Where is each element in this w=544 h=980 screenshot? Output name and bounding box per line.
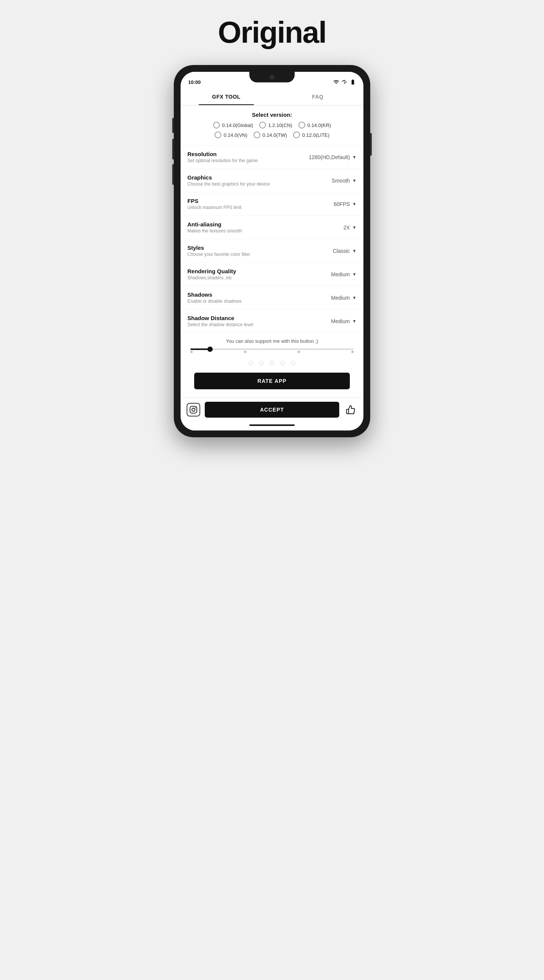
- support-section: You can also support me with this button…: [181, 333, 363, 398]
- setting-antialiasing-dropdown[interactable]: 2X ▼: [343, 224, 357, 231]
- radio-cn: [259, 122, 266, 129]
- setting-shadow-distance-dropdown[interactable]: Medium ▼: [331, 318, 357, 324]
- thumbsup-icon: [346, 405, 355, 415]
- radio-kr: [298, 122, 305, 129]
- setting-antialiasing-value: 2X: [343, 224, 350, 231]
- setting-resolution: Resolution Set optimal resolution for th…: [181, 145, 363, 169]
- slider-container[interactable]: [187, 348, 357, 353]
- setting-shadow-distance: Shadow Distance Select the shadow distan…: [181, 310, 363, 333]
- version-vn-label: 0.14.0(VN): [224, 132, 247, 138]
- setting-fps-dropdown[interactable]: 60FPS ▼: [333, 201, 357, 207]
- setting-styles-desc: Choose your favorite color filter: [187, 252, 333, 257]
- setting-shadows: Shadows Enable or disable shadows Medium…: [181, 286, 363, 310]
- styles-chevron-icon: ▼: [352, 248, 357, 254]
- setting-shadow-distance-desc: Select the shadow distance level: [187, 322, 331, 327]
- setting-rendering-quality: Rendering Quality Shadows,shaders, etc M…: [181, 262, 363, 286]
- version-lite-label: 0.12.0(LITE): [302, 132, 330, 138]
- version-global-label: 0.14.0(Global): [222, 123, 253, 128]
- setting-shadows-dropdown[interactable]: Medium ▼: [331, 295, 357, 301]
- setting-fps: FPS Unlock maximum FPS limit 60FPS ▼: [181, 192, 363, 216]
- rendering-quality-chevron-icon: ▼: [352, 272, 357, 277]
- instagram-icon: [190, 406, 197, 414]
- setting-styles-value: Classic: [333, 248, 350, 254]
- volume-down-button: [172, 164, 174, 185]
- setting-antialiasing: Anti-aliasing Makes the textures smooth …: [181, 216, 363, 239]
- settings-content: Resolution Set optimal resolution for th…: [181, 145, 363, 398]
- setting-styles-dropdown[interactable]: Classic ▼: [333, 248, 357, 254]
- resolution-chevron-icon: ▼: [352, 154, 357, 160]
- setting-graphics: Graphics Choose the best graphics for yo…: [181, 169, 363, 192]
- home-indicator: [181, 422, 363, 431]
- antialiasing-chevron-icon: ▼: [352, 225, 357, 230]
- rate-app-button[interactable]: RATE APP: [194, 373, 350, 389]
- setting-shadow-distance-value: Medium: [331, 318, 350, 324]
- setting-rendering-quality-desc: Shadows,shaders, etc: [187, 275, 331, 280]
- select-version-title: Select version:: [184, 111, 360, 118]
- home-bar: [249, 425, 295, 426]
- accept-button[interactable]: ACCEPT: [205, 402, 339, 418]
- version-vn[interactable]: 0.14.0(VN): [214, 132, 247, 138]
- setting-fps-label: FPS: [187, 198, 333, 204]
- slider-dots: [190, 351, 354, 353]
- power-button: [370, 133, 372, 156]
- signal-icon: [341, 79, 347, 85]
- phone-frame: 10:00 GFX TOOL FAQ: [174, 65, 370, 437]
- version-row-2: 0.14.0(VN) 0.14.0(TW) 0.12.0(LITE): [184, 132, 360, 138]
- setting-styles-label: Styles: [187, 245, 333, 251]
- version-cn[interactable]: 1.2.10(CN): [259, 122, 292, 129]
- setting-resolution-value: 1280(HD,Default): [309, 154, 350, 160]
- setting-antialiasing-label: Anti-aliasing: [187, 221, 343, 228]
- setting-graphics-dropdown[interactable]: Smooth ▼: [332, 178, 357, 184]
- radio-lite: [293, 132, 300, 138]
- slider-dot-3: [298, 351, 300, 353]
- page-title: Original: [218, 15, 326, 50]
- wifi-icon: [333, 79, 339, 85]
- fps-chevron-icon: ▼: [352, 202, 357, 207]
- version-kr[interactable]: 0.14.0(KR): [298, 122, 331, 129]
- setting-shadow-distance-label: Shadow Distance: [187, 315, 331, 321]
- thumbsup-button[interactable]: [344, 403, 357, 417]
- status-time: 10:00: [188, 80, 201, 85]
- volume-up-button: [172, 139, 174, 159]
- radio-global: [213, 122, 220, 129]
- star-2[interactable]: ☆: [258, 358, 265, 368]
- bottom-bar: ACCEPT: [181, 398, 363, 422]
- mute-button: [172, 118, 174, 133]
- radio-vn: [214, 132, 221, 138]
- camera: [270, 75, 274, 80]
- star-4[interactable]: ☆: [279, 358, 286, 368]
- shadow-distance-chevron-icon: ▼: [352, 318, 357, 324]
- setting-fps-left: FPS Unlock maximum FPS limit: [187, 198, 333, 210]
- star-3[interactable]: ☆: [268, 358, 276, 368]
- slider-dot-4: [351, 351, 354, 353]
- setting-resolution-desc: Set optimal resolution for the game: [187, 158, 309, 163]
- version-tw[interactable]: 0.14.0(TW): [254, 132, 287, 138]
- setting-graphics-value: Smooth: [332, 178, 350, 184]
- version-kr-label: 0.14.0(KR): [308, 123, 331, 128]
- setting-rendering-quality-left: Rendering Quality Shadows,shaders, etc: [187, 268, 331, 280]
- instagram-button[interactable]: [187, 403, 200, 417]
- setting-antialiasing-desc: Makes the textures smooth: [187, 228, 343, 234]
- star-5[interactable]: ☆: [289, 358, 297, 368]
- setting-graphics-desc: Choose the best graphics for your device: [187, 181, 332, 187]
- star-1[interactable]: ☆: [247, 358, 255, 368]
- setting-resolution-left: Resolution Set optimal resolution for th…: [187, 151, 309, 163]
- setting-shadows-label: Shadows: [187, 291, 331, 298]
- version-tw-label: 0.14.0(TW): [263, 132, 287, 138]
- notch: [249, 72, 295, 83]
- setting-rendering-quality-dropdown[interactable]: Medium ▼: [331, 271, 357, 277]
- setting-resolution-label: Resolution: [187, 151, 309, 157]
- radio-tw: [254, 132, 260, 138]
- shadows-chevron-icon: ▼: [352, 295, 357, 301]
- setting-fps-desc: Unlock maximum FPS limit: [187, 205, 333, 210]
- setting-antialiasing-left: Anti-aliasing Makes the textures smooth: [187, 221, 343, 234]
- support-text: You can also support me with this button…: [187, 338, 357, 344]
- tab-gfx-tool[interactable]: GFX TOOL: [181, 88, 272, 105]
- setting-styles: Styles Choose your favorite color filter…: [181, 239, 363, 262]
- setting-graphics-label: Graphics: [187, 174, 332, 181]
- setting-resolution-dropdown[interactable]: 1280(HD,Default) ▼: [309, 154, 357, 160]
- version-global[interactable]: 0.14.0(Global): [213, 122, 253, 129]
- tab-faq[interactable]: FAQ: [272, 88, 363, 105]
- version-lite[interactable]: 0.12.0(LITE): [293, 132, 330, 138]
- graphics-chevron-icon: ▼: [352, 178, 357, 183]
